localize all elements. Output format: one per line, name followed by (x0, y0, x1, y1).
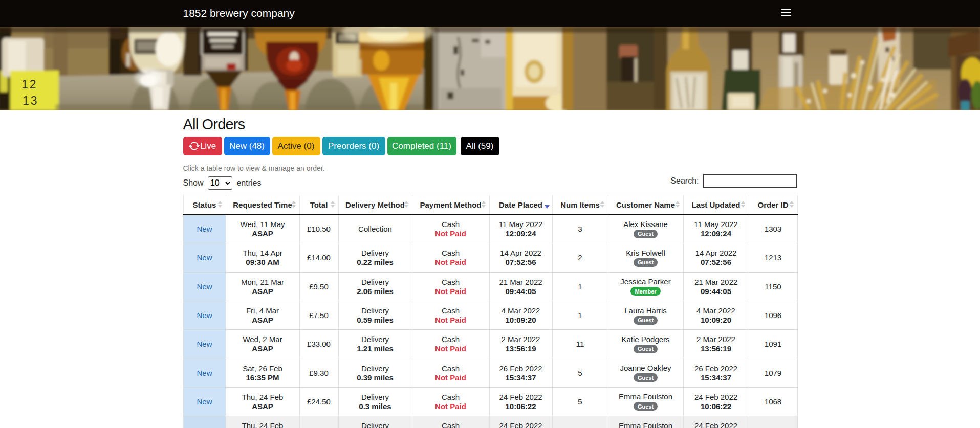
svg-text:13: 13 (23, 94, 39, 107)
svg-text:12: 12 (21, 78, 38, 91)
